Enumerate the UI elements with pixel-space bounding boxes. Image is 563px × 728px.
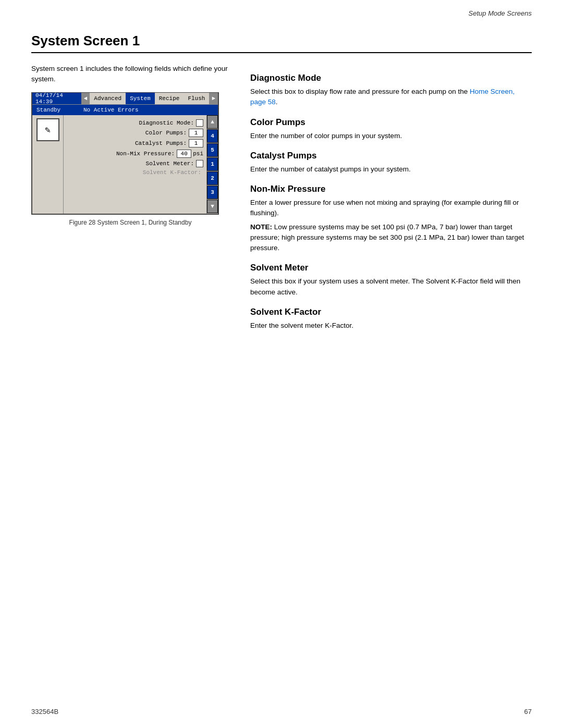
status-standby: Standby <box>32 105 79 115</box>
screen-sidebar-buttons: ▲ 4 5 1 2 3 ▼ <box>206 115 218 214</box>
text-color-pumps: Enter the number of color pumps in your … <box>250 131 532 141</box>
screen-fields: Diagnostic Mode: Color Pumps: 1 Catalyst… <box>64 115 206 214</box>
field-unit-non-mix: psi <box>193 151 203 157</box>
text-catalyst-pumps: Enter the number of catalyst pumps in yo… <box>250 164 532 175</box>
sidebar-btn-down[interactable]: ▼ <box>207 200 218 213</box>
sidebar-btn-up[interactable]: ▲ <box>207 115 218 129</box>
field-label-solvent-kfactor: Solvent K-Factor: <box>67 169 203 176</box>
text-non-mix-note: NOTE: Low pressure systems may be set 10… <box>250 222 532 254</box>
heading-color-pumps: Color Pumps <box>250 117 532 128</box>
figure-caption: Figure 28 System Screen 1, During Standb… <box>31 219 229 226</box>
field-row-solvent-meter: Solvent Meter: <box>67 160 203 167</box>
topbar-left-arrow[interactable]: ◄ <box>81 93 90 104</box>
topbar-tab-flush[interactable]: Flush <box>183 93 209 104</box>
page-footer: 332564B 67 <box>31 708 532 715</box>
heading-solvent-meter: Solvent Meter <box>250 263 532 273</box>
field-label-non-mix: Non-Mix Pressure: <box>67 151 177 157</box>
footer-right: 67 <box>524 708 532 715</box>
screen-mockup: 04/17/14 14:39 ◄ Advanced System Recipe … <box>31 92 219 215</box>
sidebar-btn-5[interactable]: 5 <box>207 143 218 157</box>
topbar-tab-advanced[interactable]: Advanced <box>90 93 126 104</box>
intro-text: System screen 1 includes the following f… <box>31 64 229 85</box>
right-column: Diagnostic Mode Select this box to displ… <box>250 64 532 333</box>
sidebar-btn-3[interactable]: 3 <box>207 186 218 199</box>
text-diagnostic-before: Select this box to display flow rate and… <box>250 88 470 95</box>
field-label-solvent-meter: Solvent Meter: <box>67 161 196 167</box>
field-row-color-pumps: Color Pumps: 1 <box>67 129 203 137</box>
field-row-diagnostic: Diagnostic Mode: <box>67 119 203 127</box>
heading-solvent-kfactor: Solvent K-Factor <box>250 307 532 317</box>
note-text-content: Low pressure systems may be set 100 psi … <box>250 223 524 252</box>
topbar-tab-system[interactable]: System <box>126 93 155 104</box>
topbar-tab-recipe[interactable]: Recipe <box>155 93 184 104</box>
sidebar-btn-4[interactable]: 4 <box>207 129 218 143</box>
header-text: Setup Mode Screens <box>469 9 532 17</box>
field-checkbox-solvent-meter[interactable] <box>196 160 203 167</box>
text-solvent-kfactor: Enter the solvent meter K-Factor. <box>250 320 532 331</box>
field-label-color-pumps: Color Pumps: <box>67 130 189 136</box>
screen-left-panel: ✎ <box>32 115 64 214</box>
footer-left: 332564B <box>31 708 58 715</box>
topbar-right-arrow[interactable]: ► <box>209 93 218 104</box>
field-row-non-mix: Non-Mix Pressure: 40 psi <box>67 150 203 158</box>
page-header: Setup Mode Screens <box>0 0 563 17</box>
field-value-catalyst-pumps[interactable]: 1 <box>189 139 203 147</box>
screen-body: ✎ Diagnostic Mode: Color Pumps: 1 <box>32 115 218 214</box>
screen-edit-icon: ✎ <box>36 118 59 141</box>
screen-statusbar: Standby No Active Errors <box>32 105 218 115</box>
page-title: System Screen 1 <box>31 33 532 53</box>
topbar-date: 04/17/14 14:39 <box>32 93 81 104</box>
field-checkbox-diagnostic[interactable] <box>196 119 203 127</box>
screen-topbar: 04/17/14 14:39 ◄ Advanced System Recipe … <box>32 93 218 105</box>
field-value-non-mix[interactable]: 40 <box>177 150 191 158</box>
text-non-mix-pressure: Enter a lower pressure for use when not … <box>250 198 532 219</box>
note-bold-label: NOTE: <box>250 223 272 231</box>
field-label-diagnostic: Diagnostic Mode: <box>67 120 196 126</box>
text-diagnostic-mode: Select this box to display flow rate and… <box>250 87 532 108</box>
heading-catalyst-pumps: Catalyst Pumps <box>250 151 532 161</box>
field-row-catalyst-pumps: Catalyst Pumps: 1 <box>67 139 203 147</box>
text-solvent-meter: Select this box if your system uses a so… <box>250 276 532 298</box>
text-diagnostic-after: . <box>276 98 278 106</box>
heading-diagnostic-mode: Diagnostic Mode <box>250 73 532 83</box>
status-errors: No Active Errors <box>79 105 218 115</box>
field-row-solvent-kfactor: Solvent K-Factor: <box>67 169 203 176</box>
sidebar-btn-2[interactable]: 2 <box>207 171 218 185</box>
heading-non-mix-pressure: Non-Mix Pressure <box>250 184 532 194</box>
sidebar-btn-1[interactable]: 1 <box>207 157 218 171</box>
field-label-catalyst-pumps: Catalyst Pumps: <box>67 140 189 146</box>
left-column: System screen 1 includes the following f… <box>31 64 229 333</box>
field-value-color-pumps[interactable]: 1 <box>189 129 203 137</box>
